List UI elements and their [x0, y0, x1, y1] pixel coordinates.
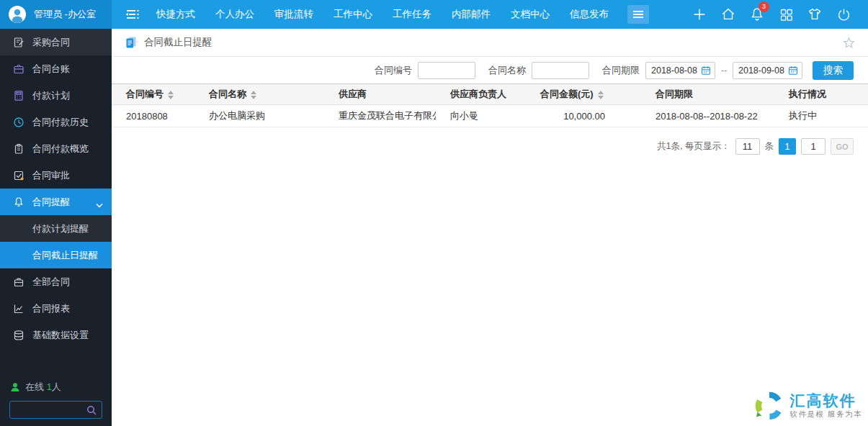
cell-status: 执行中 [774, 105, 868, 127]
sidebar-subitem-contract-deadline-reminder[interactable]: 合同截止日提醒 [0, 242, 112, 268]
briefcase-icon [12, 276, 24, 288]
online-status: 在线 1人 [0, 379, 112, 396]
bell-icon [12, 196, 24, 208]
sidebar-item-all-contracts[interactable]: 全部合同 [0, 268, 112, 295]
sidebar-item-payment-overview[interactable]: 合同付款概览 [0, 135, 112, 162]
top-icon-bar: 3 [685, 0, 868, 29]
add-icon[interactable] [685, 0, 714, 29]
sidebar-footer: 在线 1人 [0, 379, 112, 419]
sidebar-item-contract-ledger[interactable]: 合同台账 [0, 55, 112, 82]
pagination-summary: 共1条, 每页显示： [657, 140, 730, 153]
date-to-picker[interactable]: 2018-09-08 [733, 62, 802, 79]
database-icon [12, 330, 24, 341]
sort-icon[interactable] [598, 91, 604, 99]
sort-icon[interactable] [251, 91, 256, 99]
chart-icon [12, 303, 24, 314]
sidebar-item-payment-history[interactable]: 合同付款历史 [0, 109, 112, 135]
sidebar-item-base-data-settings[interactable]: 基础数据设置 [0, 322, 112, 348]
top-menu-work-center[interactable]: 工作中心 [323, 0, 382, 29]
pagination-unit: 条 [765, 140, 774, 153]
top-menu-approval-flow[interactable]: 审批流转 [264, 0, 323, 29]
sidebar-item-label: 付款计划 [32, 89, 70, 102]
col-period: 合同期限 [641, 84, 774, 105]
date-from-picker[interactable]: 2018-08-08 [645, 62, 715, 79]
approval-stamp-icon [12, 170, 24, 181]
date-range-separator: -- [721, 65, 727, 76]
doc-edit-icon [12, 37, 24, 48]
sidebar-item-purchase-contract[interactable]: 采购合同 [0, 29, 112, 55]
apps-grid-icon[interactable] [771, 0, 800, 29]
calendar-icon [788, 65, 798, 76]
sidebar-item-label: 付款计划提醒 [32, 222, 89, 235]
pagination: 共1条, 每页显示： 条 1 GO [112, 127, 868, 155]
col-amount[interactable]: 合同金额(元) [526, 84, 641, 105]
page-title: 合同截止日提醒 [144, 36, 212, 49]
online-label: 在线 1人 [25, 381, 61, 394]
sidebar-item-payment-plan[interactable]: 付款计划 [0, 82, 112, 109]
contracts-table: 合同编号 合同名称 供应商 供应商负责人 合同金额(元) 合同期限 执行情况 2… [112, 83, 868, 127]
cell-contract-no: 20180808 [112, 105, 194, 127]
sidebar-item-label: 采购合同 [32, 36, 70, 49]
top-menu-more-button[interactable] [627, 5, 649, 24]
contract-no-input[interactable] [418, 62, 475, 79]
search-icon[interactable] [86, 405, 97, 415]
top-menu-internal-mail[interactable]: 内部邮件 [442, 0, 501, 29]
wallet-icon [12, 63, 24, 75]
col-supplier: 供应商 [324, 84, 436, 105]
top-menu-work-tasks[interactable]: 工作任务 [382, 0, 442, 29]
chevron-down-icon [96, 199, 103, 210]
online-user-icon [10, 382, 20, 392]
favorite-star-icon[interactable] [843, 37, 855, 49]
sidebar-subitem-payment-plan-reminder[interactable]: 付款计划提醒 [0, 215, 112, 242]
sidebar-search-box[interactable] [9, 401, 102, 419]
calendar-icon [701, 65, 711, 76]
top-menu-personal-office[interactable]: 个人办公 [205, 0, 264, 29]
date-from-value: 2018-08-08 [651, 65, 698, 76]
current-page-button[interactable]: 1 [779, 138, 796, 155]
table-header-row: 合同编号 合同名称 供应商 供应商负责人 合同金额(元) 合同期限 执行情况 [112, 84, 868, 105]
clock-icon [12, 117, 24, 128]
power-icon[interactable] [829, 0, 858, 29]
top-menu-info-publish[interactable]: 信息发布 [560, 0, 619, 29]
go-button[interactable]: GO [831, 138, 854, 155]
sidebar-item-label: 全部合同 [32, 276, 70, 289]
col-contract-no[interactable]: 合同编号 [112, 84, 194, 105]
date-to-value: 2018-09-08 [738, 65, 785, 76]
sort-icon[interactable] [168, 91, 174, 99]
search-button[interactable]: 搜索 [813, 61, 854, 80]
top-menu-shortcuts[interactable]: 快捷方式 [146, 0, 205, 29]
notification-badge: 3 [759, 1, 769, 12]
vendor-logo: 汇高软件 软件是根 服务为本 [753, 389, 862, 422]
col-supplier-contact: 供应商负责人 [436, 84, 526, 105]
cell-contract-name: 办公电脑采购 [194, 105, 324, 127]
theme-shirt-icon[interactable] [800, 0, 829, 29]
top-menu-document-center[interactable]: 文档中心 [501, 0, 560, 29]
calculator-icon [12, 90, 24, 101]
sidebar-item-contract-approval[interactable]: 合同审批 [0, 162, 112, 189]
page-size-input[interactable] [735, 138, 760, 155]
user-brand-area[interactable]: 管理员 -办公室 [0, 0, 112, 29]
vendor-tagline: 软件是根 服务为本 [790, 409, 862, 420]
home-icon[interactable] [714, 0, 743, 29]
sidebar-toggle-icon[interactable] [125, 7, 140, 22]
breadcrumb: 合同截止日提醒 [112, 29, 868, 57]
sidebar-item-label: 基础数据设置 [32, 329, 89, 342]
col-contract-name[interactable]: 合同名称 [194, 84, 324, 105]
clipboard-icon [12, 143, 24, 155]
current-user-label: 管理员 -办公室 [34, 8, 96, 21]
table-row[interactable]: 20180808 办公电脑采购 重庆金茂联合电子有限公司 向小曼 10,000.… [112, 105, 868, 127]
contract-name-input[interactable] [532, 62, 589, 79]
document-icon [125, 36, 137, 49]
sidebar-item-label: 合同付款历史 [32, 116, 89, 129]
sidebar-item-contract-reports[interactable]: 合同报表 [0, 295, 112, 322]
goto-page-input[interactable] [801, 138, 826, 155]
sidebar-search-input[interactable] [15, 405, 84, 415]
avatar [8, 5, 27, 24]
sidebar-item-contract-reminder[interactable]: 合同提醒 [0, 189, 112, 215]
contract-no-label: 合同编号 [375, 64, 412, 77]
notifications-icon[interactable]: 3 [743, 0, 771, 29]
sidebar-item-label: 合同提醒 [32, 196, 70, 209]
cell-supplier: 重庆金茂联合电子有限公司 [324, 105, 436, 127]
pinwheel-logo-icon [753, 389, 786, 422]
sidebar-item-label: 合同截止日提醒 [32, 249, 98, 262]
